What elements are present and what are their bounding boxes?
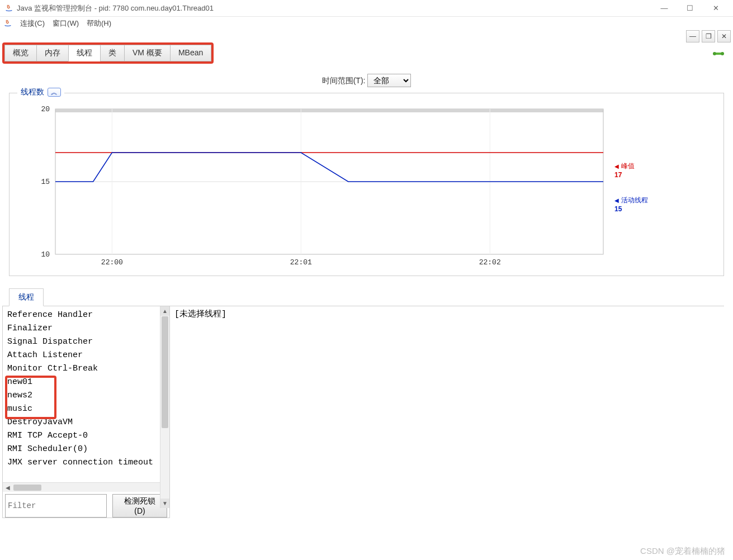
tab-线程[interactable]: 线程 — [68, 45, 100, 61]
detect-deadlock-button[interactable]: 检测死锁(D) — [112, 494, 167, 518]
thread-count-chart-panel: 线程数 ︽ 10152022:0022:0122:02 ◀峰值 17 ◀活动线程… — [9, 93, 724, 276]
svg-text:15: 15 — [41, 178, 50, 186]
thread-list[interactable]: Reference HandlerFinalizerSignal Dispatc… — [3, 306, 169, 482]
legend-live: ◀活动线程 15 — [614, 196, 717, 213]
list-item[interactable]: new01 — [4, 376, 168, 389]
watermark: CSDN @宠着楠楠的猪 — [640, 546, 725, 557]
svg-point-2 — [721, 52, 724, 55]
vertical-scrollbar[interactable]: ▲ ▼ — [160, 306, 169, 508]
java-icon — [3, 19, 12, 28]
list-item[interactable]: Attach Listener — [4, 349, 168, 362]
tab-MBean[interactable]: MBean — [170, 45, 211, 61]
svg-text:10: 10 — [41, 250, 50, 259]
list-item[interactable]: RMI Scheduler(0) — [4, 443, 168, 456]
list-item[interactable]: news2 — [4, 389, 168, 402]
list-item[interactable]: Signal Dispatcher — [4, 335, 168, 349]
list-item[interactable]: DestroyJavaVM — [4, 416, 168, 429]
time-range-select[interactable]: 全部 — [367, 74, 411, 87]
internal-minimize-button[interactable]: — — [686, 30, 699, 42]
legend-peak: ◀峰值 17 — [614, 162, 717, 179]
thread-detail-placeholder: [未选择线程] — [174, 310, 226, 319]
internal-close-button[interactable]: ✕ — [717, 30, 731, 42]
menu-window[interactable]: 窗口(W) — [53, 18, 79, 29]
tab-VM 概要[interactable]: VM 概要 — [124, 45, 170, 61]
filter-input[interactable] — [5, 494, 107, 518]
svg-point-1 — [713, 52, 716, 55]
legend-live-value: 15 — [614, 205, 717, 213]
list-item[interactable]: Reference Handler — [4, 309, 168, 322]
svg-text:22:02: 22:02 — [479, 258, 501, 267]
connection-status-icon — [712, 48, 725, 59]
close-button[interactable]: ✕ — [703, 0, 729, 17]
list-item[interactable]: music — [4, 402, 168, 416]
java-icon — [4, 4, 13, 13]
svg-text:22:01: 22:01 — [290, 258, 312, 267]
minimize-button[interactable]: — — [651, 0, 677, 17]
chart-legend: ◀峰值 17 ◀活动线程 15 — [609, 103, 717, 271]
menu-help[interactable]: 帮助(H) — [87, 18, 111, 29]
threads-sub-tab[interactable]: 线程 — [9, 288, 44, 306]
legend-peak-value: 17 — [614, 171, 717, 179]
horizontal-scrollbar[interactable]: ◀ ▶ — [3, 482, 169, 492]
legend-peak-label: 峰值 — [621, 162, 635, 170]
tab-row: 概览内存线程类VM 概要MBean — [4, 45, 211, 61]
svg-rect-3 — [55, 109, 603, 112]
threads-panel: Reference HandlerFinalizerSignal Dispatc… — [2, 306, 724, 518]
list-item[interactable]: JMX server connection timeout — [4, 456, 168, 469]
list-item[interactable]: Finalizer — [4, 322, 168, 335]
title-bar: Java 监视和管理控制台 - pid: 7780 com.neu.day01.… — [0, 0, 733, 17]
menu-connect[interactable]: 连接(C) — [20, 18, 45, 29]
collapse-toggle-icon[interactable]: ︽ — [48, 88, 61, 97]
filter-row: 检测死锁(D) — [3, 492, 169, 518]
time-range-row: 时间范围(T): 全部 — [0, 74, 733, 87]
internal-window-controls: — ❐ ✕ — [686, 30, 731, 42]
thread-detail-pane: [未选择线程] — [170, 306, 724, 518]
menu-bar: 连接(C) 窗口(W) 帮助(H) — [0, 17, 733, 30]
time-range-label: 时间范围(T): — [322, 76, 366, 85]
tab-内存[interactable]: 内存 — [36, 45, 68, 61]
legend-live-label: 活动线程 — [621, 196, 648, 204]
svg-text:22:00: 22:00 — [101, 258, 123, 267]
tabs-highlight-box: 概览内存线程类VM 概要MBean — [2, 42, 214, 64]
tab-类[interactable]: 类 — [100, 45, 124, 61]
thread-list-pane: Reference HandlerFinalizerSignal Dispatc… — [2, 306, 170, 518]
internal-restore-button[interactable]: ❐ — [702, 30, 715, 42]
chart-panel-title: 线程数 — [21, 87, 44, 97]
maximize-button[interactable]: ☐ — [677, 0, 703, 17]
svg-text:20: 20 — [41, 105, 50, 113]
window-title: Java 监视和管理控制台 - pid: 7780 com.neu.day01.… — [17, 3, 651, 13]
tab-概览[interactable]: 概览 — [4, 45, 36, 61]
list-item[interactable]: RMI TCP Accept-0 — [4, 429, 168, 443]
thread-count-chart: 10152022:0022:0122:02 — [16, 103, 609, 271]
chart-panel-title-row: 线程数 ︽ — [17, 87, 64, 97]
list-item[interactable]: Monitor Ctrl-Break — [4, 362, 168, 376]
